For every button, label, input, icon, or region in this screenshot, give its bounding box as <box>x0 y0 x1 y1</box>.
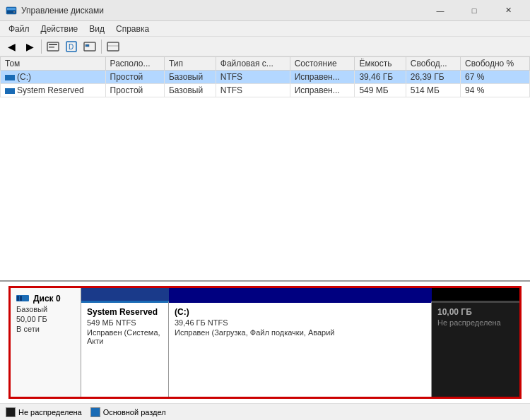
window-title: Управление дисками <box>21 6 424 16</box>
table-cell: 549 МБ <box>355 84 406 97</box>
table-row[interactable]: System ReservedПростойБазовыйNTFSИсправе… <box>1 84 530 97</box>
table-cell: 94 % <box>461 84 530 97</box>
table-cell: Исправен... <box>290 71 355 84</box>
table-header-row: Том Располо... Тип Файловая с... Состоян… <box>1 57 530 71</box>
part-size-unallocated: Не распределена <box>437 318 514 327</box>
legend-box-primary <box>90 407 100 417</box>
table-cell: (C:) <box>1 71 106 84</box>
legend-unallocated: Не распределена <box>6 407 82 417</box>
col-volume: Том <box>1 57 106 71</box>
col-fs: Файловая с... <box>216 57 290 71</box>
table-cell: Простой <box>105 84 164 97</box>
menu-bar: Файл Действие Вид Справка <box>0 21 530 37</box>
svg-point-3 <box>13 11 15 13</box>
main-content: Том Располо... Тип Файловая с... Состоян… <box>0 56 530 403</box>
svg-rect-12 <box>107 42 119 51</box>
disk-panel: Диск 0 Базовый 50,00 ГБ В сети S <box>8 286 522 399</box>
disk-size: 50,00 ГБ <box>16 315 75 323</box>
disk-label: Диск 0 Базовый 50,00 ГБ В сети <box>11 288 81 397</box>
menu-view[interactable]: Вид <box>83 23 110 35</box>
forward-button[interactable]: ▶ <box>21 39 38 54</box>
window-controls: — □ ✕ <box>424 0 524 21</box>
disk-partitions: System Reserved 549 МБ NTFS Исправен (Си… <box>81 288 519 397</box>
bar-c-drive <box>169 288 432 301</box>
part-size-c: 39,46 ГБ NTFS <box>175 318 425 327</box>
back-button[interactable]: ◀ <box>3 39 20 54</box>
top-panel[interactable]: Том Располо... Тип Файловая с... Состоян… <box>0 56 530 282</box>
svg-text:D: D <box>69 43 73 51</box>
col-free: Свобод... <box>406 57 460 71</box>
table-cell: NTFS <box>216 71 290 84</box>
legend-label-unallocated: Не распределена <box>18 408 82 416</box>
partition-unallocated[interactable]: 10,00 ГБ Не распределена <box>432 301 519 397</box>
toolbar-separator-1 <box>41 40 42 54</box>
menu-help[interactable]: Справка <box>110 23 155 35</box>
svg-rect-5 <box>49 44 57 45</box>
table-cell: Базовый <box>164 71 216 84</box>
disk-parts-row: System Reserved 549 МБ NTFS Исправен (Си… <box>81 301 519 397</box>
bar-unallocated <box>432 288 519 301</box>
part-name-unallocated: 10,00 ГБ <box>437 307 514 317</box>
svg-rect-1 <box>7 8 16 10</box>
svg-rect-15 <box>17 296 19 301</box>
title-bar: Управление дисками — □ ✕ <box>0 0 530 21</box>
maximize-button[interactable]: □ <box>458 0 490 21</box>
toolbar-separator-2 <box>101 40 102 54</box>
close-button[interactable]: ✕ <box>492 0 524 21</box>
col-free-pct: Свободно % <box>461 57 530 71</box>
col-type: Тип <box>164 57 216 71</box>
app-icon <box>6 5 17 16</box>
svg-rect-6 <box>49 47 54 48</box>
legend-primary: Основной раздел <box>90 407 166 417</box>
legend-bar: Не распределена Основной раздел <box>0 403 530 420</box>
table-cell: System Reserved <box>1 84 106 97</box>
table-cell: NTFS <box>216 84 290 97</box>
toolbar-btn-1[interactable] <box>45 39 61 54</box>
table-cell: 67 % <box>461 71 530 84</box>
bar-system-reserved <box>81 288 169 301</box>
toolbar-btn-2[interactable]: D <box>63 39 80 54</box>
col-status: Состояние <box>290 57 355 71</box>
table-row[interactable]: (C:)ПростойБазовыйNTFSИсправен...39,46 Г… <box>1 71 530 84</box>
toolbar: ◀ ▶ D <box>0 37 530 56</box>
part-name-c: (C:) <box>175 307 425 317</box>
partition-c[interactable]: (C:) 39,46 ГБ NTFS Исправен (Загрузка, Ф… <box>169 301 432 397</box>
volumes-table: Том Располо... Тип Файловая с... Состоян… <box>0 56 530 97</box>
volume-icon <box>5 75 15 80</box>
part-name-system-reserved: System Reserved <box>87 307 163 317</box>
table-cell: 514 МБ <box>406 84 460 97</box>
table-cell: Исправен... <box>290 84 355 97</box>
svg-rect-16 <box>20 296 22 301</box>
part-size-system-reserved: 549 МБ NTFS <box>87 318 163 327</box>
disk-bar <box>81 288 519 301</box>
svg-rect-10 <box>86 44 89 47</box>
toolbar-btn-3[interactable] <box>81 39 98 54</box>
minimize-button[interactable]: — <box>424 0 457 21</box>
col-location: Располо... <box>105 57 164 71</box>
toolbar-btn-4[interactable] <box>105 39 122 54</box>
table-cell: Базовый <box>164 84 216 97</box>
table-cell: 39,46 ГБ <box>355 71 406 84</box>
disk-status: В сети <box>16 325 75 333</box>
disk-name: Диск 0 <box>16 294 75 304</box>
part-status-c: Исправен (Загрузка, Файл подкачки, Авари… <box>175 328 425 337</box>
menu-action[interactable]: Действие <box>35 23 84 35</box>
table-cell: 26,39 ГБ <box>406 71 460 84</box>
table-cell: Простой <box>105 71 164 84</box>
legend-box-unallocated <box>6 407 16 417</box>
disk-type: Базовый <box>16 305 75 313</box>
part-status-system-reserved: Исправен (Система, Акти <box>87 328 163 345</box>
volume-icon <box>5 88 15 94</box>
legend-label-primary: Основной раздел <box>103 408 166 416</box>
partition-system-reserved[interactable]: System Reserved 549 МБ NTFS Исправен (Си… <box>81 301 169 397</box>
menu-file[interactable]: Файл <box>3 23 35 35</box>
col-capacity: Ёмкость <box>355 57 406 71</box>
